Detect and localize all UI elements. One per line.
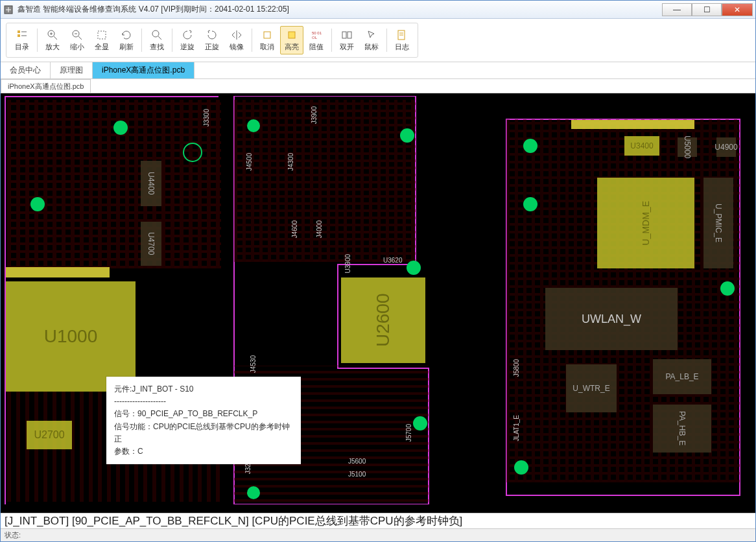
pad	[407, 261, 421, 275]
chip-umdm[interactable]: U_MDM_E	[597, 178, 694, 268]
chip-u2700[interactable]: U2700	[27, 421, 72, 449]
tooltip-divider: --------------------	[114, 395, 293, 408]
toolbar-cursor[interactable]: 鼠标	[360, 26, 383, 54]
highlight-strip	[571, 120, 694, 129]
toolbar-cancel[interactable]: 取消	[255, 26, 279, 54]
lbl-j4530: J4530	[250, 355, 257, 373]
toolbar-mirror[interactable]: 镜像	[225, 26, 248, 54]
close-button[interactable]: ✕	[722, 3, 753, 16]
svg-rect-3	[18, 30, 20, 33]
toolbar-log[interactable]: 日志	[390, 26, 414, 54]
lbl-j5700: J5700	[405, 424, 412, 442]
lbl-j4500: J4500	[246, 153, 253, 171]
lbl-u3900: U3900	[344, 254, 351, 273]
svg-point-15	[152, 30, 159, 37]
toolbar-dualopen[interactable]: 双开	[335, 26, 359, 54]
svg-rect-18	[264, 32, 270, 38]
toolbar-zoomout[interactable]: 缩小	[65, 26, 89, 54]
pad	[247, 486, 260, 499]
toolbar-resistance[interactable]: 50 01OL阻值	[305, 26, 328, 54]
pad	[183, 143, 202, 162]
svg-rect-23	[348, 32, 351, 38]
pad	[247, 119, 260, 132]
highlight-strip	[6, 267, 110, 277]
svg-text:OL: OL	[312, 36, 318, 40]
svg-rect-14	[98, 31, 106, 39]
statusbar: 状态:	[1, 528, 755, 541]
infobar-text: [J_INT_BOT] [90_PCIE_AP_TO_BB_REFCLK_N] …	[5, 513, 462, 528]
tooltip-function: 信号功能：CPU的PCIE总线到基带CPU的参考时钟正	[114, 421, 293, 445]
statusbar-label: 状态:	[5, 530, 21, 540]
svg-line-12	[78, 36, 82, 40]
pad	[400, 128, 414, 143]
chip-upmic[interactable]: U_PMIC_E	[703, 178, 733, 268]
svg-rect-19	[289, 32, 295, 38]
app-icon	[3, 5, 14, 15]
svg-line-16	[158, 36, 161, 40]
svg-rect-22	[342, 32, 346, 38]
chip-u3400[interactable]: U3400	[624, 136, 659, 156]
toolbar-catalog[interactable]: 目录	[10, 26, 34, 54]
titlebar: 鑫智造 智能终端设备维修查询系统 V4.07 [VIP到期时间：2041-02-…	[1, 1, 755, 19]
subtab-pcb[interactable]: iPhoneX高通点位图.pcb	[1, 79, 91, 93]
tab-member[interactable]: 会员中心	[1, 62, 51, 78]
lbl-jlat: JLAT1_E	[513, 415, 520, 441]
toolbar-zoomin[interactable]: 放大	[41, 26, 64, 54]
tooltip-param: 参数：C	[114, 445, 293, 458]
chip-uwtr[interactable]: U_WTR_E	[566, 364, 617, 412]
window-title: 鑫智造 智能终端设备维修查询系统 V4.07 [VIP到期时间：2041-02-…	[18, 4, 662, 15]
minimize-button[interactable]: —	[662, 3, 692, 16]
pad	[523, 197, 537, 211]
sub-tabs: iPhoneX高通点位图.pcb	[1, 79, 755, 93]
tooltip-signal: 信号：90_PCIE_AP_TO_BB_REFCLK_P	[114, 408, 293, 420]
svg-rect-4	[18, 34, 20, 37]
toolbar-rotate-ccw[interactable]: 逆旋	[176, 26, 199, 54]
chip-u4400[interactable]: U4400	[141, 161, 161, 206]
svg-line-8	[54, 36, 57, 40]
pad	[514, 460, 528, 475]
tab-schematic[interactable]: 原理图	[51, 62, 93, 78]
lbl-j4300: J4300	[287, 153, 294, 171]
chip-pahb[interactable]: PA_HB_E	[653, 405, 711, 453]
chip-u1000[interactable]: U1000	[6, 281, 136, 392]
main-tabs: 会员中心 原理图 iPhoneX高通点位图.pcb	[1, 62, 755, 79]
lbl-j4600: J4600	[291, 220, 298, 238]
svg-text:50 01: 50 01	[312, 31, 322, 35]
toolbar-find[interactable]: 查找	[145, 26, 169, 54]
toolbar: 目录 放大 缩小 全显 刷新 查找 逆旋 正旋 镜像 取消 高亮 50 01OL…	[6, 23, 418, 58]
chip-u2600[interactable]: U2600	[341, 277, 425, 363]
component-tooltip: 元件:J_INT_BOT - S10 -------------------- …	[106, 377, 301, 464]
pcb-viewer[interactable]: scatter U1000 U2600 U2700 U_MDM_E U3400 …	[1, 93, 755, 513]
tooltip-component: 元件:J_INT_BOT - S10	[114, 383, 293, 395]
lbl-j5100: J5100	[348, 471, 366, 478]
pad	[113, 121, 128, 135]
toolbar-fitall[interactable]: 全显	[90, 26, 113, 54]
lbl-j5600: J5600	[348, 458, 366, 465]
tab-pcb[interactable]: iPhoneX高通点位图.pcb	[93, 62, 195, 78]
lbl-j5800: J5800	[513, 359, 520, 377]
infobar: [J_INT_BOT] [90_PCIE_AP_TO_BB_REFCLK_N] …	[1, 513, 755, 528]
toolbar-rotate-cw[interactable]: 正旋	[200, 26, 224, 54]
toolbar-highlight[interactable]: 高亮	[280, 26, 303, 54]
pad	[523, 139, 537, 153]
chip-u4700[interactable]: U4700	[141, 222, 161, 266]
lbl-j3900: J3900	[311, 106, 318, 124]
pad	[30, 197, 45, 211]
lbl-j4000: J4000	[316, 220, 323, 238]
pad	[413, 416, 427, 430]
toolbar-refresh[interactable]: 刷新	[115, 26, 138, 54]
pad	[720, 281, 735, 296]
chip-u4900[interactable]: U4900	[716, 137, 736, 157]
lbl-u3620: U3620	[383, 257, 402, 264]
chip-palb[interactable]: PA_LB_E	[653, 359, 711, 394]
chip-uwlan[interactable]: UWLAN_W	[545, 288, 678, 350]
lbl-j3300: J3300	[203, 109, 210, 126]
maximize-button[interactable]: ☐	[692, 3, 722, 16]
chip-u5000[interactable]: U5000	[678, 137, 697, 157]
